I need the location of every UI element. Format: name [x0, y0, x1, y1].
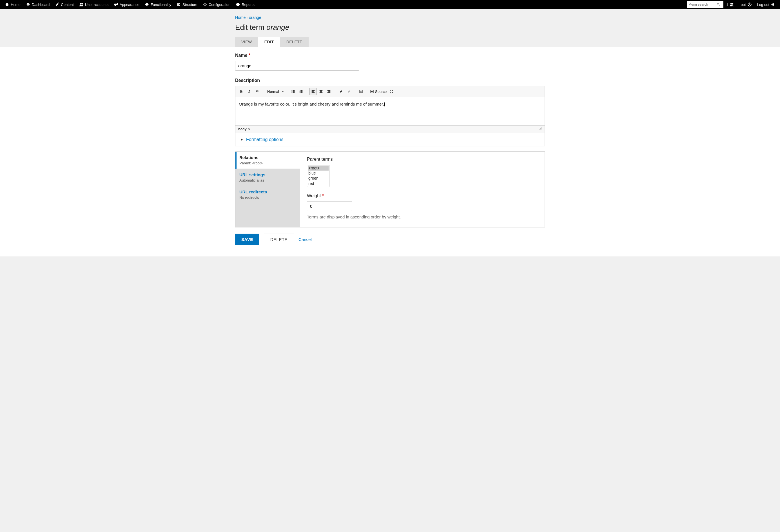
user-menu[interactable]: root	[737, 0, 754, 9]
vertical-tabs: RelationsParent: <root>URL settingsAutom…	[235, 151, 545, 227]
vtab-summary: Automatic alias	[239, 178, 296, 182]
nav-structure[interactable]: Structure	[174, 0, 200, 9]
resize-handle-icon[interactable]	[539, 127, 542, 130]
nav-label: Dashboard	[32, 3, 50, 7]
blockquote-button[interactable]	[253, 88, 261, 95]
dashboard-icon	[26, 3, 30, 6]
svg-point-5	[292, 90, 292, 91]
svg-text:3: 3	[299, 92, 300, 93]
svg-rect-23	[328, 90, 331, 91]
bullet-list-button[interactable]	[289, 88, 297, 95]
numbered-list-button[interactable]: 123	[297, 88, 305, 95]
delete-button[interactable]: DELETE	[264, 233, 294, 245]
maximize-button[interactable]	[388, 88, 395, 95]
align-right-button[interactable]	[325, 88, 333, 95]
parent-option[interactable]: <root>	[308, 165, 329, 171]
vtab-url-redirects[interactable]: URL redirectsNo redirects	[235, 186, 300, 203]
breadcrumb-link[interactable]: Home	[235, 15, 246, 20]
editor-status-bar: body p	[235, 125, 545, 133]
nav-user-accounts[interactable]: User accounts	[77, 0, 111, 9]
weight-input[interactable]	[307, 201, 352, 211]
vtabs-content: Parent terms <root>bluegreenredyellow We…	[300, 152, 545, 227]
svg-point-7	[292, 91, 292, 92]
weight-label: Weight *	[307, 193, 538, 199]
tab-delete[interactable]: DELETE	[280, 37, 309, 47]
svg-rect-28	[371, 90, 374, 93]
page-title-term: orange	[266, 23, 289, 32]
svg-rect-24	[328, 91, 330, 92]
unlink-button[interactable]	[345, 88, 352, 95]
name-input[interactable]	[235, 61, 359, 71]
editor-content[interactable]: Orange is my favorite color. It's bright…	[235, 97, 545, 125]
vtab-relations[interactable]: RelationsParent: <root>	[235, 152, 300, 169]
user-circle-icon	[748, 3, 751, 6]
username: root	[739, 3, 746, 7]
nav-configuration[interactable]: Configuration	[200, 0, 233, 9]
home-icon	[5, 3, 9, 6]
format-select[interactable]: Normal	[265, 89, 285, 95]
gear-icon	[203, 3, 207, 6]
image-button[interactable]	[357, 88, 364, 95]
bold-button[interactable]	[238, 88, 245, 95]
richtext-editor: Normal 123 Source Orange is my favorite …	[235, 86, 545, 133]
nav-dashboard[interactable]: Dashboard	[23, 0, 53, 9]
name-label: Name *	[235, 53, 545, 58]
svg-rect-1	[238, 4, 238, 5]
tab-edit[interactable]: EDIT	[258, 37, 280, 47]
svg-rect-21	[320, 91, 322, 92]
tab-view[interactable]: VIEW	[235, 37, 258, 47]
nav-appearance[interactable]: Appearance	[111, 0, 142, 9]
format-select-input[interactable]: Normal	[265, 89, 285, 95]
session-count[interactable]: 1	[723, 0, 737, 9]
cancel-link[interactable]: Cancel	[298, 237, 312, 242]
admin-bar: HomeDashboardContentUser accountsAppeara…	[0, 0, 780, 9]
align-left-button[interactable]	[309, 88, 317, 95]
editor-toolbar: Normal 123 Source	[235, 86, 545, 97]
vtab-summary: No redirects	[239, 195, 296, 200]
puzzle-icon	[145, 3, 149, 6]
parent-option[interactable]: green	[308, 176, 329, 181]
nav-functionality[interactable]: Functionality	[142, 0, 174, 9]
name-label-text: Name	[235, 53, 247, 58]
info-icon	[236, 3, 240, 6]
menu-search[interactable]	[687, 1, 723, 8]
parent-option[interactable]: blue	[308, 171, 329, 176]
svg-rect-19	[312, 92, 315, 93]
svg-rect-20	[320, 90, 323, 91]
breadcrumb-link[interactable]: orange	[249, 15, 261, 20]
svg-rect-10	[293, 92, 295, 93]
save-button[interactable]: SAVE	[235, 233, 259, 245]
caret-right-icon	[240, 138, 243, 141]
nav-label: Reports	[242, 3, 254, 7]
parent-terms-listbox[interactable]: <root>bluegreenredyellow	[307, 165, 330, 187]
nav-label: Appearance	[120, 3, 139, 7]
source-button[interactable]: Source	[370, 90, 387, 94]
description-label: Description	[235, 78, 545, 83]
menu-search-input[interactable]	[688, 3, 717, 6]
vtab-url-settings[interactable]: URL settingsAutomatic alias	[235, 169, 300, 186]
editor-path[interactable]: body p	[238, 127, 250, 131]
admin-bar-right: 1 root Log out	[687, 0, 778, 9]
align-center-button[interactable]	[318, 88, 325, 95]
nav-label: Functionality	[151, 3, 171, 7]
link-button[interactable]	[337, 88, 345, 95]
editor-text: Orange is my favorite color. It's bright…	[239, 102, 385, 106]
breadcrumb: Home›orange	[235, 15, 545, 20]
nav-reports[interactable]: Reports	[233, 0, 257, 9]
users-icon	[80, 3, 83, 6]
vtab-title: URL settings	[239, 172, 296, 177]
svg-rect-8	[293, 91, 295, 92]
formatting-options-link[interactable]: Formatting options	[246, 137, 284, 142]
logout-link[interactable]: Log out	[754, 0, 778, 9]
parent-option[interactable]: red	[308, 181, 329, 186]
palette-icon	[114, 3, 118, 6]
italic-button[interactable]	[246, 88, 253, 95]
nav-home[interactable]: Home	[2, 0, 23, 9]
people-icon	[730, 3, 734, 6]
svg-point-9	[292, 92, 292, 93]
weight-label-text: Weight	[307, 193, 321, 198]
structure-icon	[177, 3, 181, 6]
formatting-options-toggle[interactable]: Formatting options	[235, 133, 545, 146]
source-label: Source	[375, 90, 387, 94]
nav-content[interactable]: Content	[52, 0, 77, 9]
